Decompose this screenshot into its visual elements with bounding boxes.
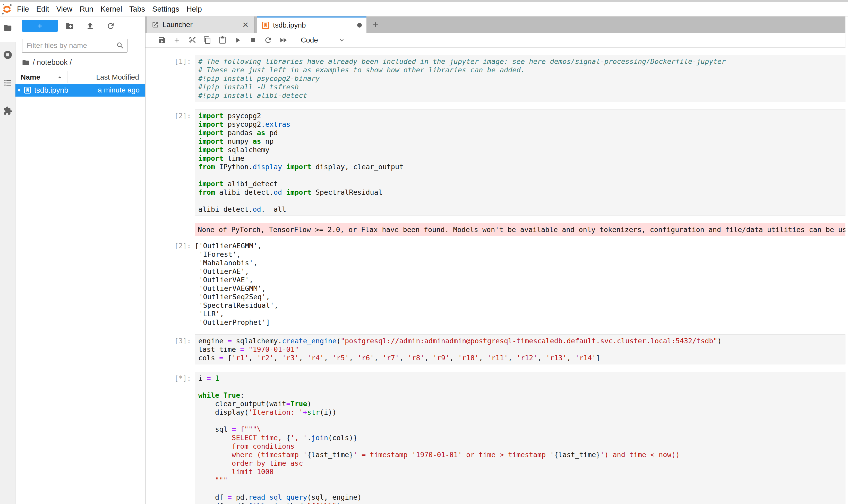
- launcher-icon: [152, 21, 159, 28]
- tab-launcher-label: Launcher: [162, 21, 193, 29]
- cell-editor[interactable]: import psycopg2import psycopg2.extrasimp…: [195, 109, 845, 216]
- paste-cells-button[interactable]: [218, 36, 227, 45]
- unsaved-changes-dot: [357, 23, 362, 28]
- code-line: import sqlalchemy: [198, 145, 843, 154]
- code-line: df = df.fillna(method="ffill"): [198, 501, 843, 504]
- save-button[interactable]: [157, 36, 166, 45]
- save-icon: [158, 36, 166, 44]
- restart-kernel-button[interactable]: [264, 36, 272, 45]
- result-text: ['OutlierAEGMM', 'IForest', 'Mahalanobis…: [195, 239, 845, 327]
- code-line: #!pip install alibi-detect: [198, 91, 843, 100]
- column-name-header[interactable]: Name: [15, 71, 68, 83]
- code-line: #!pip install psycopg2-binary: [198, 74, 843, 83]
- close-tab-icon[interactable]: ✕: [241, 20, 250, 29]
- scissors-icon: [188, 36, 196, 44]
- table-of-contents-icon[interactable]: [3, 78, 12, 87]
- code-line: import time: [198, 154, 843, 162]
- extensions-icon[interactable]: [3, 106, 12, 115]
- main-layout: / notebook / Name Last Modified tsdb.ipy…: [0, 17, 848, 504]
- stderr-message: None of PyTorch, TensorFlow >= 2.0, or F…: [195, 223, 845, 236]
- run-icon: [234, 36, 242, 44]
- cell-prompt: [2]:: [145, 109, 195, 216]
- code-line: SELECT time, {', '.join(cols)}: [198, 433, 843, 442]
- notebook-toolbar: Code: [145, 33, 845, 48]
- menu-edit[interactable]: Edit: [33, 2, 53, 16]
- menu-bar: FileEditViewRunKernelTabsSettingsHelp: [0, 2, 848, 17]
- cell-editor[interactable]: engine = sqlalchemy.create_engine("postg…: [195, 334, 845, 364]
- tab-tsdb-notebook[interactable]: tsdb.ipynb: [257, 17, 366, 33]
- code-line: import psycopg2.extras: [198, 120, 843, 128]
- copy-cells-button[interactable]: [203, 36, 212, 45]
- code-line: 'OutlierProphet']: [195, 318, 845, 327]
- tab-tsdb-label: tsdb.ipynb: [273, 21, 306, 29]
- run-cell-button[interactable]: [233, 36, 242, 45]
- notebook-area: Launcher ✕ tsdb.ipynb: [145, 17, 848, 504]
- restart-icon: [264, 36, 272, 44]
- refresh-files-button[interactable]: [106, 21, 116, 31]
- file-row-tsdb[interactable]: tsdb.ipynb a minute ago: [15, 84, 145, 96]
- code-line: from alibi_detect.od import SpectralResi…: [198, 188, 843, 197]
- notebook-file-icon: [24, 86, 32, 94]
- cell-type-dropdown[interactable]: Code: [301, 36, 345, 44]
- plus-icon: [36, 22, 44, 30]
- new-folder-icon: [65, 22, 74, 30]
- code-line: import pandas as pd: [198, 128, 843, 137]
- code-line: clear_output(wait=True): [198, 399, 843, 408]
- cell-prompt: [*]:: [145, 372, 195, 504]
- menu-items: FileEditViewRunKernelTabsSettingsHelp: [13, 2, 205, 16]
- column-modified-header[interactable]: Last Modified: [68, 71, 145, 83]
- running-kernels-icon[interactable]: [3, 50, 13, 60]
- file-browser-icon[interactable]: [3, 23, 12, 32]
- upload-button[interactable]: [85, 21, 95, 31]
- paste-icon: [218, 36, 227, 44]
- code-line: [198, 171, 843, 180]
- code-line: 'OutlierSeq2Seq',: [195, 292, 845, 301]
- cell-editor[interactable]: i = 1 while True: clear_output(wait=True…: [195, 372, 845, 504]
- cut-cells-button[interactable]: [188, 36, 197, 45]
- filter-files-input[interactable]: [22, 39, 127, 53]
- run-all-button[interactable]: [279, 36, 288, 45]
- stop-icon: [249, 36, 257, 44]
- breadcrumb-path[interactable]: / notebook /: [33, 58, 72, 67]
- new-folder-button[interactable]: [65, 21, 75, 31]
- upload-icon: [86, 22, 94, 30]
- code-line: while True:: [198, 391, 843, 399]
- code-line: 'LLR',: [195, 309, 845, 318]
- chevron-down-icon: [338, 37, 345, 44]
- filter-files: [22, 39, 127, 53]
- fast-forward-icon: [279, 36, 288, 44]
- cell-prompt: [2]:: [145, 239, 195, 327]
- menu-tabs[interactable]: Tabs: [126, 2, 149, 16]
- cell-prompt: [1]:: [145, 55, 195, 102]
- cell-prompt: [3]:: [145, 334, 195, 364]
- breadcrumb[interactable]: / notebook /: [22, 58, 145, 67]
- new-launcher-button[interactable]: [22, 20, 58, 32]
- code-line: 'OutlierVAEGMM',: [195, 284, 845, 292]
- code-line: 'OutlierAE',: [195, 267, 845, 275]
- code-line: 'OutlierVAE',: [195, 275, 845, 284]
- code-line: import alibi_detect: [198, 180, 843, 188]
- plus-icon: [371, 21, 380, 29]
- code-cell: [3]:engine = sqlalchemy.create_engine("p…: [145, 334, 845, 364]
- window-top-strip: [0, 0, 848, 2]
- jupyterlab-window: FileEditViewRunKernelTabsSettingsHelp: [0, 0, 848, 504]
- new-tab-button[interactable]: [366, 17, 384, 33]
- menu-settings[interactable]: Settings: [149, 2, 183, 16]
- code-line: 'Mahalanobis',: [195, 258, 845, 267]
- add-cell-button[interactable]: [173, 36, 181, 45]
- code-cell: [2]:import psycopg2import psycopg2.extra…: [145, 109, 845, 216]
- code-line: cols = ['r1', 'r2', 'r3', 'r4', 'r5', 'r…: [198, 354, 843, 362]
- interrupt-kernel-button[interactable]: [249, 36, 257, 45]
- menu-view[interactable]: View: [53, 2, 76, 16]
- menu-help[interactable]: Help: [183, 2, 205, 16]
- menu-kernel[interactable]: Kernel: [97, 2, 126, 16]
- menu-run[interactable]: Run: [76, 2, 97, 16]
- cell-prompt: [145, 223, 195, 236]
- menu-file[interactable]: File: [13, 2, 33, 16]
- code-line: # The following libraries have already b…: [198, 57, 843, 66]
- code-line: #!pip install -U tsfresh: [198, 83, 843, 91]
- refresh-icon: [106, 22, 115, 30]
- tab-launcher[interactable]: Launcher ✕: [147, 17, 255, 33]
- code-line: """: [198, 476, 843, 484]
- cell-editor[interactable]: # The following libraries have already b…: [195, 55, 845, 102]
